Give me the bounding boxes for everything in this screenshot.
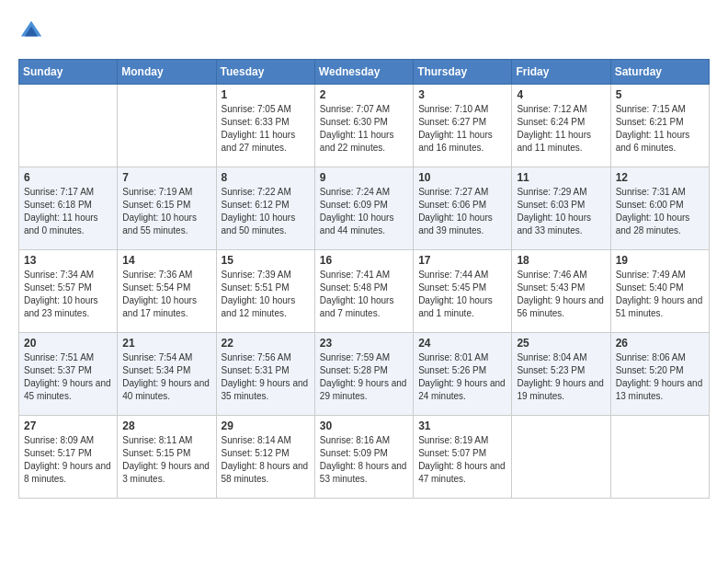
day-header-tuesday: Tuesday [216,60,314,85]
page-header [18,18,710,44]
calendar-cell: 3 Sunrise: 7:10 AM Sunset: 6:27 PM Dayli… [414,85,512,167]
day-header-sunday: Sunday [19,60,118,85]
day-number: 13 [24,254,112,267]
day-number: 15 [222,254,310,267]
sunset-text: Sunset: 6:18 PM [24,200,92,210]
daylight-text: Daylight: 9 hours and 29 minutes. [320,378,407,401]
calendar-week-row: 1 Sunrise: 7:05 AM Sunset: 6:33 PM Dayli… [19,85,710,167]
sunrise-text: Sunrise: 7:19 AM [122,187,192,197]
day-number: 28 [122,419,210,432]
calendar-cell: 31 Sunrise: 8:19 AM Sunset: 5:07 PM Dayl… [414,416,512,499]
calendar-cell: 22 Sunrise: 7:56 AM Sunset: 5:31 PM Dayl… [216,333,314,416]
sunrise-text: Sunrise: 7:31 AM [616,187,686,197]
day-info: Sunrise: 8:01 AM Sunset: 5:26 PM Dayligh… [418,351,506,403]
day-info: Sunrise: 8:14 AM Sunset: 5:12 PM Dayligh… [222,434,310,486]
calendar-cell: 6 Sunrise: 7:17 AM Sunset: 6:18 PM Dayli… [19,167,118,250]
day-number: 20 [24,337,112,350]
daylight-text: Daylight: 11 hours and 11 minutes. [517,130,591,153]
sunset-text: Sunset: 6:00 PM [616,200,684,210]
logo-icon [18,18,44,44]
day-info: Sunrise: 7:54 AM Sunset: 5:34 PM Dayligh… [122,351,210,403]
sunrise-text: Sunrise: 8:11 AM [122,435,192,445]
day-number: 29 [222,419,310,432]
day-number: 24 [418,337,506,350]
daylight-text: Daylight: 9 hours and 45 minutes. [24,378,111,401]
sunset-text: Sunset: 5:12 PM [222,448,290,458]
day-header-friday: Friday [512,60,610,85]
daylight-text: Daylight: 9 hours and 35 minutes. [222,378,309,401]
daylight-text: Daylight: 10 hours and 23 minutes. [24,295,98,318]
sunset-text: Sunset: 5:28 PM [320,365,388,375]
calendar-table: SundayMondayTuesdayWednesdayThursdayFrid… [18,59,710,499]
daylight-text: Daylight: 11 hours and 6 minutes. [616,130,690,153]
sunrise-text: Sunrise: 7:15 AM [616,104,686,114]
calendar-cell: 12 Sunrise: 7:31 AM Sunset: 6:00 PM Dayl… [610,167,709,250]
sunset-text: Sunset: 6:21 PM [616,117,684,127]
day-info: Sunrise: 8:11 AM Sunset: 5:15 PM Dayligh… [122,434,210,486]
calendar-week-row: 27 Sunrise: 8:09 AM Sunset: 5:17 PM Dayl… [19,416,710,499]
calendar-cell: 17 Sunrise: 7:44 AM Sunset: 5:45 PM Dayl… [414,250,512,333]
sunrise-text: Sunrise: 8:01 AM [418,352,488,362]
day-info: Sunrise: 7:27 AM Sunset: 6:06 PM Dayligh… [418,186,506,237]
sunrise-text: Sunrise: 8:06 AM [616,352,686,362]
sunrise-text: Sunrise: 7:51 AM [24,352,94,362]
daylight-text: Daylight: 10 hours and 28 minutes. [616,213,690,236]
daylight-text: Daylight: 9 hours and 56 minutes. [517,295,604,318]
sunset-text: Sunset: 5:31 PM [222,365,290,375]
logo [18,18,48,44]
sunset-text: Sunset: 5:51 PM [222,282,290,293]
day-info: Sunrise: 7:22 AM Sunset: 6:12 PM Dayligh… [222,186,310,237]
daylight-text: Daylight: 10 hours and 55 minutes. [122,213,197,236]
sunrise-text: Sunrise: 7:17 AM [24,187,94,197]
sunrise-text: Sunrise: 7:54 AM [122,352,192,362]
day-header-thursday: Thursday [414,60,512,85]
calendar-cell: 26 Sunrise: 8:06 AM Sunset: 5:20 PM Dayl… [610,333,709,416]
calendar-cell: 25 Sunrise: 8:04 AM Sunset: 5:23 PM Dayl… [512,333,610,416]
day-header-monday: Monday [118,60,216,85]
calendar-cell [610,416,709,499]
day-number: 14 [122,254,210,267]
daylight-text: Daylight: 10 hours and 39 minutes. [418,213,493,236]
sunrise-text: Sunrise: 7:44 AM [418,270,488,280]
daylight-text: Daylight: 8 hours and 53 minutes. [320,461,407,484]
sunset-text: Sunset: 6:15 PM [122,200,190,210]
calendar-cell: 24 Sunrise: 8:01 AM Sunset: 5:26 PM Dayl… [414,333,512,416]
calendar-cell: 20 Sunrise: 7:51 AM Sunset: 5:37 PM Dayl… [19,333,118,416]
sunset-text: Sunset: 5:37 PM [24,365,92,375]
daylight-text: Daylight: 8 hours and 58 minutes. [222,461,309,484]
day-info: Sunrise: 7:10 AM Sunset: 6:27 PM Dayligh… [418,103,506,155]
sunset-text: Sunset: 6:33 PM [222,117,290,127]
day-number: 9 [320,171,408,184]
day-number: 31 [418,419,506,432]
sunset-text: Sunset: 5:45 PM [418,282,486,293]
day-info: Sunrise: 7:39 AM Sunset: 5:51 PM Dayligh… [222,269,310,320]
calendar-cell: 23 Sunrise: 7:59 AM Sunset: 5:28 PM Dayl… [314,333,413,416]
sunset-text: Sunset: 5:54 PM [122,282,190,293]
daylight-text: Daylight: 10 hours and 7 minutes. [320,295,394,318]
calendar-cell: 1 Sunrise: 7:05 AM Sunset: 6:33 PM Dayli… [216,85,314,167]
day-info: Sunrise: 7:56 AM Sunset: 5:31 PM Dayligh… [222,351,310,403]
day-info: Sunrise: 7:34 AM Sunset: 5:57 PM Dayligh… [24,269,112,320]
day-info: Sunrise: 7:41 AM Sunset: 5:48 PM Dayligh… [320,269,408,320]
day-number: 11 [517,171,605,184]
sunset-text: Sunset: 6:12 PM [222,200,290,210]
daylight-text: Daylight: 9 hours and 24 minutes. [418,378,506,401]
sunrise-text: Sunrise: 7:49 AM [616,270,686,280]
day-info: Sunrise: 7:12 AM Sunset: 6:24 PM Dayligh… [517,103,605,155]
day-info: Sunrise: 8:19 AM Sunset: 5:07 PM Dayligh… [418,434,506,486]
calendar-cell: 8 Sunrise: 7:22 AM Sunset: 6:12 PM Dayli… [216,167,314,250]
day-number: 1 [222,88,310,101]
calendar-week-row: 13 Sunrise: 7:34 AM Sunset: 5:57 PM Dayl… [19,250,710,333]
sunrise-text: Sunrise: 7:22 AM [222,187,291,197]
day-info: Sunrise: 7:51 AM Sunset: 5:37 PM Dayligh… [24,351,112,403]
sunset-text: Sunset: 6:27 PM [418,117,486,127]
sunrise-text: Sunrise: 8:09 AM [24,435,94,445]
day-info: Sunrise: 8:16 AM Sunset: 5:09 PM Dayligh… [320,434,408,486]
calendar-cell: 18 Sunrise: 7:46 AM Sunset: 5:43 PM Dayl… [512,250,610,333]
daylight-text: Daylight: 10 hours and 44 minutes. [320,213,394,236]
calendar-cell [118,85,216,167]
daylight-text: Daylight: 9 hours and 40 minutes. [122,378,210,401]
day-info: Sunrise: 7:49 AM Sunset: 5:40 PM Dayligh… [616,269,704,320]
day-number: 18 [517,254,605,267]
calendar-week-row: 6 Sunrise: 7:17 AM Sunset: 6:18 PM Dayli… [19,167,710,250]
